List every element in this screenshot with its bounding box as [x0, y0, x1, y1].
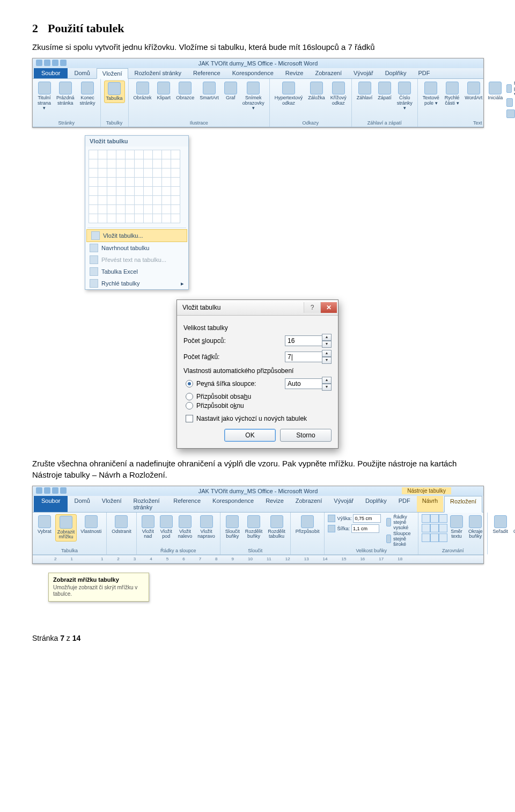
- grid-cell[interactable]: [89, 150, 98, 159]
- ribbon-button[interactable]: Opakovatřádky záhlaví: [512, 514, 515, 545]
- distribute-cols-button[interactable]: Sloupce stejně široké: [386, 531, 415, 547]
- align-cell-button[interactable]: [439, 533, 447, 542]
- rows-step-up[interactable]: ▲: [322, 350, 332, 357]
- grid-cell[interactable]: [107, 196, 116, 205]
- insert-table-button[interactable]: Tabulka: [104, 81, 125, 103]
- grid-cell[interactable]: [153, 169, 162, 178]
- grid-cell[interactable]: [107, 187, 116, 196]
- align-cell-button[interactable]: [430, 514, 439, 523]
- fixed-step-down[interactable]: ▼: [322, 384, 332, 391]
- grid-cell[interactable]: [135, 205, 144, 214]
- ribbon-button[interactable]: Datum a čas: [506, 97, 515, 108]
- ribbon-button[interactable]: Titulnístrana ▾: [36, 81, 53, 112]
- grid-cell[interactable]: [98, 187, 107, 196]
- grid-cell[interactable]: [171, 214, 180, 223]
- grid-cell[interactable]: [135, 169, 144, 178]
- rows-step-down[interactable]: ▼: [322, 357, 332, 364]
- ribbon-button[interactable]: SmartArt: [198, 81, 220, 101]
- menu-item[interactable]: Navrhnout tabulku: [85, 242, 188, 254]
- ribbon-tab[interactable]: Vložení: [97, 496, 127, 512]
- ribbon-tab[interactable]: Korespondence: [207, 496, 259, 512]
- columns-input[interactable]: [285, 335, 322, 346]
- ribbon-button[interactable]: Záložka: [306, 81, 327, 101]
- ribbon-tab[interactable]: Domů: [69, 496, 95, 512]
- align-cell-button[interactable]: [422, 524, 430, 532]
- grid-cell[interactable]: [153, 205, 162, 214]
- grid-cell[interactable]: [126, 178, 135, 187]
- ribbon-button[interactable]: Záhlaví: [355, 81, 374, 101]
- grid-cell[interactable]: [116, 196, 126, 205]
- grid-cell[interactable]: [126, 150, 135, 159]
- grid-cell[interactable]: [98, 196, 107, 205]
- menu-item[interactable]: Vložit tabulku...: [86, 229, 187, 242]
- radio-fixed-width[interactable]: [186, 380, 193, 387]
- grid-cell[interactable]: [144, 214, 153, 223]
- grid-cell[interactable]: [89, 159, 98, 169]
- ribbon-button[interactable]: Vložitpod: [158, 514, 174, 540]
- align-cell-button[interactable]: [439, 524, 447, 532]
- grid-cell[interactable]: [135, 178, 144, 187]
- grid-cell[interactable]: [162, 205, 171, 214]
- grid-cell[interactable]: [98, 159, 107, 169]
- grid-cell[interactable]: [171, 169, 180, 178]
- ribbon-tab[interactable]: Rozložení stránky: [129, 68, 187, 78]
- ribbon-button[interactable]: Prázdnástránka: [55, 81, 76, 107]
- grid-cell[interactable]: [98, 214, 107, 223]
- ribbon-button[interactable]: Zápatí: [376, 81, 393, 101]
- grid-cell[interactable]: [153, 187, 162, 196]
- ribbon-button[interactable]: Vložitnad: [140, 514, 156, 540]
- ribbon-button[interactable]: Rychléčásti ▾: [443, 81, 461, 107]
- grid-cell[interactable]: [144, 169, 153, 178]
- radio-fit-content[interactable]: [186, 393, 193, 400]
- ribbon-button[interactable]: Snímekobrazovky ▾: [241, 81, 266, 112]
- grid-cell[interactable]: [89, 205, 98, 214]
- file-tab-2[interactable]: Soubor: [34, 496, 68, 512]
- distribute-rows-button[interactable]: Řádky stejně vysoké: [386, 514, 415, 530]
- grid-cell[interactable]: [126, 159, 135, 169]
- table-size-picker[interactable]: [85, 147, 188, 226]
- ribbon-button[interactable]: Vložitnapravo: [196, 514, 217, 540]
- ribbon-tab[interactable]: Návrh: [417, 496, 443, 512]
- grid-cell[interactable]: [116, 159, 126, 169]
- ribbon-tab[interactable]: Reference: [188, 68, 226, 78]
- ribbon-button[interactable]: Objekt ▾: [506, 108, 515, 119]
- grid-cell[interactable]: [107, 205, 116, 214]
- fixed-width-input[interactable]: [285, 378, 322, 389]
- grid-cell[interactable]: [144, 205, 153, 214]
- grid-cell[interactable]: [126, 196, 135, 205]
- grid-cell[interactable]: [89, 187, 98, 196]
- ribbon-button[interactable]: Hypertextovýodkaz: [273, 81, 305, 107]
- grid-cell[interactable]: [153, 178, 162, 187]
- ribbon-tab[interactable]: Revize: [280, 68, 309, 78]
- ribbon-button[interactable]: Konecstránky: [78, 81, 97, 107]
- ribbon-button[interactable]: Okrajebuňky: [467, 514, 484, 540]
- grid-cell[interactable]: [107, 159, 116, 169]
- grid-cell[interactable]: [116, 205, 126, 214]
- ribbon-button[interactable]: Graf: [223, 81, 239, 101]
- grid-cell[interactable]: [98, 150, 107, 159]
- ribbon-tab[interactable]: PDF: [393, 496, 416, 512]
- cols-step-up[interactable]: ▲: [322, 334, 332, 341]
- ribbon-tab[interactable]: Domů: [69, 68, 95, 78]
- ribbon-tab[interactable]: Vložení: [97, 68, 128, 79]
- ribbon-tab[interactable]: Zobrazení: [310, 68, 347, 78]
- ribbon-button[interactable]: Sloučitbuňky: [224, 514, 241, 540]
- ribbon-button[interactable]: Řádek podpisu ▾: [506, 81, 515, 97]
- grid-cell[interactable]: [126, 214, 135, 223]
- ribbon-button[interactable]: Seřadit: [491, 514, 510, 535]
- properties-button[interactable]: Vlastnosti: [79, 514, 103, 535]
- grid-cell[interactable]: [98, 169, 107, 178]
- cols-step-down[interactable]: ▼: [322, 341, 332, 348]
- grid-cell[interactable]: [107, 178, 116, 187]
- grid-cell[interactable]: [89, 214, 98, 223]
- show-gridlines-button[interactable]: Zobrazitmřížku: [55, 514, 77, 542]
- grid-cell[interactable]: [116, 169, 126, 178]
- fixed-step-up[interactable]: ▲: [322, 377, 332, 384]
- grid-cell[interactable]: [162, 169, 171, 178]
- ribbon-button[interactable]: Směrtextu: [448, 514, 465, 540]
- grid-cell[interactable]: [153, 150, 162, 159]
- grid-cell[interactable]: [162, 196, 171, 205]
- remember-checkbox[interactable]: [186, 415, 193, 422]
- ribbon-tab[interactable]: Revize: [260, 496, 289, 512]
- ribbon-button[interactable]: Vložitnalevo: [176, 514, 194, 540]
